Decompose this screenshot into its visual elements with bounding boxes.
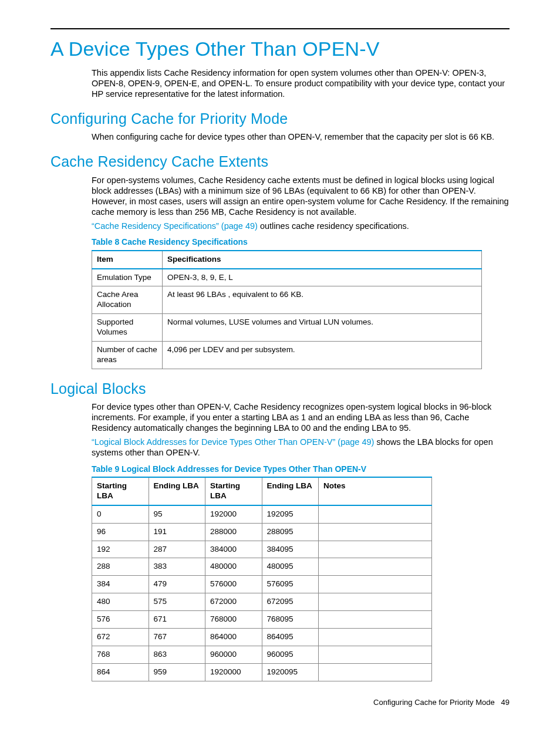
table8-header: Item [92, 251, 163, 269]
table-cell: 480095 [262, 558, 319, 576]
table-cell [319, 541, 432, 558]
table-cell: Cache Area Allocation [92, 286, 163, 314]
table-cell: 672000 [205, 593, 262, 611]
table-cell: 480 [92, 593, 149, 611]
table-cell [319, 523, 432, 541]
table-cell: 192 [92, 541, 149, 558]
table-cell: 288095 [262, 523, 319, 541]
table8: Item Specifications Emulation TypeOPEN-3… [92, 250, 482, 369]
table-cell: 672095 [262, 593, 319, 611]
table-cell: 575 [149, 593, 205, 611]
table-cell: 1920095 [262, 663, 319, 681]
table-cell: 767 [149, 628, 205, 646]
table-cell: Emulation Type [92, 269, 163, 286]
table9-header: Ending LBA [262, 477, 319, 505]
table-cell: 192000 [205, 505, 262, 523]
table-cell: 384095 [262, 541, 319, 558]
section-configuring-cache-body: When configuring cache for device types … [92, 131, 510, 142]
table-cell: 95 [149, 505, 205, 523]
page-title: A Device Types Other Than OPEN-V [50, 36, 510, 62]
section-cache-extents-heading: Cache Residency Cache Extents [50, 153, 510, 171]
section-cache-extents-body: For open-systems volumes, Cache Residenc… [92, 175, 510, 218]
table-cell: Supported Volumes [92, 314, 163, 342]
table-cell: Normal volumes, LUSE volumes and Virtual… [163, 314, 482, 342]
table9-header: Notes [319, 477, 432, 505]
table8-header: Specifications [163, 251, 482, 269]
table-cell: 672 [92, 628, 149, 646]
table-cell: 288000 [205, 523, 262, 541]
table9-header: Ending LBA [149, 477, 205, 505]
table-cell: 959 [149, 663, 205, 681]
table-cell: 96 [92, 523, 149, 541]
section-configuring-cache-heading: Configuring Cache for Priority Mode [50, 110, 510, 128]
table-cell: 384 [92, 576, 149, 593]
table-cell: 191 [149, 523, 205, 541]
cache-spec-link-paragraph: “Cache Residency Specifications” (page 4… [92, 221, 510, 231]
lba-link-paragraph: “Logical Block Addresses for Device Type… [92, 437, 510, 458]
table-cell [319, 628, 432, 646]
table-cell: 287 [149, 541, 205, 558]
table-cell: 863 [149, 646, 205, 663]
table-cell: 192095 [262, 505, 319, 523]
top-rule [50, 28, 510, 29]
table-cell: 960000 [205, 646, 262, 663]
table-cell [319, 663, 432, 681]
table-cell: 288 [92, 558, 149, 576]
table-cell: 768095 [262, 611, 319, 629]
table-cell: 864095 [262, 628, 319, 646]
table-cell [319, 576, 432, 593]
table-cell: OPEN-3, 8, 9, E, L [163, 269, 482, 286]
table-cell: 1920000 [205, 663, 262, 681]
table9: Starting LBA Ending LBA Starting LBA End… [92, 477, 432, 681]
lba-link[interactable]: “Logical Block Addresses for Device Type… [92, 437, 374, 447]
table-cell [319, 593, 432, 611]
table-cell [319, 558, 432, 576]
table9-header: Starting LBA [205, 477, 262, 505]
table-cell: 4,096 per LDEV and per subsystem. [163, 341, 482, 369]
table-cell: 383 [149, 558, 205, 576]
table-cell: 768000 [205, 611, 262, 629]
cache-spec-link-tail: outlines cache residency specifications. [258, 221, 409, 231]
table9-header: Starting LBA [92, 477, 149, 505]
table-cell: 384000 [205, 541, 262, 558]
table-cell: Number of cache areas [92, 341, 163, 369]
footer-page-number: 49 [501, 698, 510, 707]
table-cell [319, 646, 432, 663]
table-cell: At least 96 LBAs , equivalent to 66 KB. [163, 286, 482, 314]
section-logical-blocks-body: For device types other than OPEN-V, Cach… [92, 401, 510, 433]
table9-caption: Table 9 Logical Block Addresses for Devi… [92, 464, 510, 475]
table-cell: 671 [149, 611, 205, 629]
table-cell: 864000 [205, 628, 262, 646]
table-cell: 768 [92, 646, 149, 663]
table-cell: 960095 [262, 646, 319, 663]
intro-paragraph: This appendix lists Cache Residency info… [92, 67, 510, 99]
table-cell: 479 [149, 576, 205, 593]
page-footer: Configuring Cache for Priority Mode 49 [50, 698, 510, 707]
cache-spec-link[interactable]: “Cache Residency Specifications” (page 4… [92, 221, 258, 231]
table-cell: 864 [92, 663, 149, 681]
table-cell: 576000 [205, 576, 262, 593]
table-cell [319, 505, 432, 523]
footer-text: Configuring Cache for Priority Mode [373, 698, 495, 707]
table-cell: 576095 [262, 576, 319, 593]
table-cell: 0 [92, 505, 149, 523]
table-cell [319, 611, 432, 629]
table8-caption: Table 8 Cache Residency Specifications [92, 237, 510, 248]
table-cell: 480000 [205, 558, 262, 576]
table-cell: 576 [92, 611, 149, 629]
section-logical-blocks-heading: Logical Blocks [50, 380, 510, 398]
